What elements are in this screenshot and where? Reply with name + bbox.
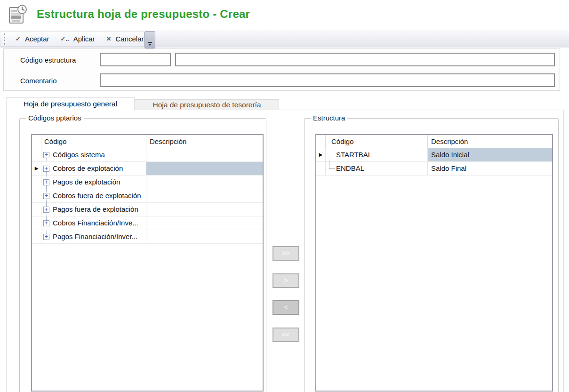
cancelar-label: Cancelar <box>116 35 144 43</box>
row-selector <box>32 203 41 216</box>
codigo-estructura-desc-input[interactable] <box>175 53 555 66</box>
codigo-text: Códigos sistema <box>53 148 105 161</box>
check-ellipsis-icon: ✓.. <box>61 35 69 42</box>
descripcion-cell[interactable] <box>146 148 263 162</box>
tree-expand-icon[interactable]: + <box>43 193 49 199</box>
table-row[interactable]: +Cobros fuera de explotación <box>32 189 263 203</box>
table-row[interactable]: ▶STARTBALSaldo Inicial <box>316 148 552 162</box>
page-title: Estructura hoja de presupuesto - Crear <box>37 8 250 21</box>
row-selector <box>32 176 41 189</box>
table-row[interactable]: +Pagos de explotación <box>32 176 263 189</box>
codigo-text: ENDBAL <box>336 162 364 175</box>
tree-expand-icon[interactable]: + <box>43 166 49 172</box>
row-selector <box>32 216 41 230</box>
table-row[interactable]: +Códigos sistema <box>32 148 263 162</box>
check-icon: ✓ <box>16 35 21 42</box>
descripcion-cell[interactable] <box>146 203 263 216</box>
tree-line <box>329 155 329 168</box>
table-row[interactable]: ENDBALSaldo Final <box>316 162 552 176</box>
chevron-down-icon: ▼ <box>148 43 152 47</box>
comentario-input[interactable] <box>100 73 555 87</box>
grid-header: Código Descripción <box>32 135 263 148</box>
cancelar-button[interactable]: ✕ Cancelar <box>101 32 150 46</box>
tab-hoja-presupuesto-general[interactable]: Hoja de presupuesto general <box>6 97 135 110</box>
move-right-button[interactable]: > <box>272 273 299 288</box>
row-selector <box>32 148 41 162</box>
current-row-marker: ▶ <box>32 162 41 176</box>
current-row-marker: ▶ <box>316 148 326 162</box>
codigo-text: STARTBAL <box>336 148 372 161</box>
descripcion-cell[interactable]: Saldo Inicial <box>428 148 552 162</box>
codigo-column-header[interactable]: Código <box>326 135 428 148</box>
tree-expand-icon[interactable]: + <box>43 234 49 240</box>
codigo-cell[interactable]: +Códigos sistema <box>41 148 146 162</box>
descripcion-cell[interactable] <box>146 216 263 230</box>
codigo-estructura-input[interactable] <box>100 53 171 66</box>
aceptar-label: Aceptar <box>25 35 49 43</box>
descripcion-cell[interactable] <box>146 230 263 244</box>
tree-expand-icon[interactable]: + <box>43 220 49 226</box>
codigo-text: Cobros Financiación/Inve... <box>53 216 138 230</box>
codigo-column-header[interactable]: Código <box>41 135 146 148</box>
move-all-right-button[interactable]: >> <box>272 246 299 261</box>
descripcion-cell[interactable]: Saldo Final <box>428 162 552 176</box>
aplicar-label: Aplicar <box>73 35 95 43</box>
codigo-text: Pagos Financiación/Inver... <box>53 230 137 243</box>
comentario-label: Comentario <box>20 77 57 85</box>
aplicar-button[interactable]: ✓.. Aplicar <box>55 32 101 46</box>
toolbar-button-group: ✓ Aceptar ✓.. Aplicar ✕ Cancelar <box>1 31 144 47</box>
codigos-pptarios-group: Códigos pptarios Código Descripción +Cód… <box>19 118 266 392</box>
codigo-estructura-label: Código estructura <box>20 56 76 64</box>
selector-column-header <box>316 135 326 148</box>
estructura-group: Estructura Código Descripción ▶STARTBALS… <box>304 118 559 392</box>
tree-expand-icon[interactable]: + <box>43 207 49 213</box>
move-all-left-button[interactable]: << <box>272 328 299 342</box>
row-selector <box>32 230 41 244</box>
codigo-cell[interactable]: +Cobros de explotación <box>41 162 146 176</box>
codigo-text: Pagos fuera de explotación <box>53 203 138 216</box>
move-left-button[interactable]: < <box>272 300 299 315</box>
grid-body: +Códigos sistema▶+Cobros de explotación+… <box>32 148 263 244</box>
descripcion-column-header[interactable]: Descripción <box>428 135 552 148</box>
estructura-grid: Código Descripción ▶STARTBALSaldo Inicia… <box>315 134 553 392</box>
codigo-cell[interactable]: +Pagos fuera de explotación <box>41 203 146 216</box>
grid-body: ▶STARTBALSaldo InicialENDBALSaldo Final <box>316 148 552 176</box>
descripcion-cell[interactable] <box>146 162 263 176</box>
window: Estructura hoja de presupuesto - Crear ✓… <box>0 0 569 392</box>
tree-expand-icon[interactable]: + <box>43 152 49 158</box>
tree-connector-icon <box>329 168 335 169</box>
codigo-cell[interactable]: STARTBAL <box>326 148 428 162</box>
codigo-text: Cobros fuera de explotación <box>53 189 141 202</box>
codigos-pptarios-grid: Código Descripción +Códigos sistema▶+Cob… <box>31 134 264 392</box>
tree-expand-icon[interactable]: + <box>43 179 49 185</box>
tab-page: Códigos pptarios Código Descripción +Cód… <box>6 110 564 392</box>
descripcion-column-header[interactable]: Descripción <box>146 135 263 148</box>
x-icon: ✕ <box>106 35 112 42</box>
codigo-cell[interactable]: +Pagos de explotación <box>41 176 146 189</box>
budget-sheet-icon <box>6 3 28 26</box>
codigos-pptarios-title: Códigos pptarios <box>26 114 84 122</box>
codigo-text: Pagos de explotación <box>53 176 120 189</box>
codigo-cell[interactable]: +Cobros fuera de explotación <box>41 189 146 203</box>
tree-connector-icon <box>329 155 335 155</box>
estructura-title: Estructura <box>311 114 347 122</box>
descripcion-cell[interactable] <box>146 176 263 189</box>
table-row[interactable]: ▶+Cobros de explotación <box>32 162 263 176</box>
descripcion-cell[interactable] <box>146 189 263 203</box>
aceptar-button[interactable]: ✓ Aceptar <box>10 32 55 46</box>
tab-hoja-presupuesto-tesoreria[interactable]: Hoja de presupuesto de tesorería <box>135 99 279 110</box>
selector-column-header <box>32 135 41 148</box>
codigo-cell[interactable]: ENDBAL <box>326 162 428 176</box>
form-panel: Código estructura Comentario <box>3 48 560 91</box>
codigo-text: Cobros de explotación <box>53 162 123 175</box>
codigo-cell[interactable]: +Cobros Financiación/Inve... <box>41 216 146 230</box>
row-selector <box>32 189 41 203</box>
toolbar-grip-handle[interactable] <box>4 33 5 45</box>
codigo-cell[interactable]: +Pagos Financiación/Inver... <box>41 230 146 244</box>
table-row[interactable]: +Pagos Financiación/Inver... <box>32 230 263 244</box>
table-row[interactable]: +Pagos fuera de explotación <box>32 203 263 216</box>
grid-header: Código Descripción <box>316 135 552 148</box>
row-selector <box>316 162 326 176</box>
table-row[interactable]: +Cobros Financiación/Inve... <box>32 216 263 230</box>
toolbar-overflow-button[interactable]: ▼ <box>144 31 155 48</box>
